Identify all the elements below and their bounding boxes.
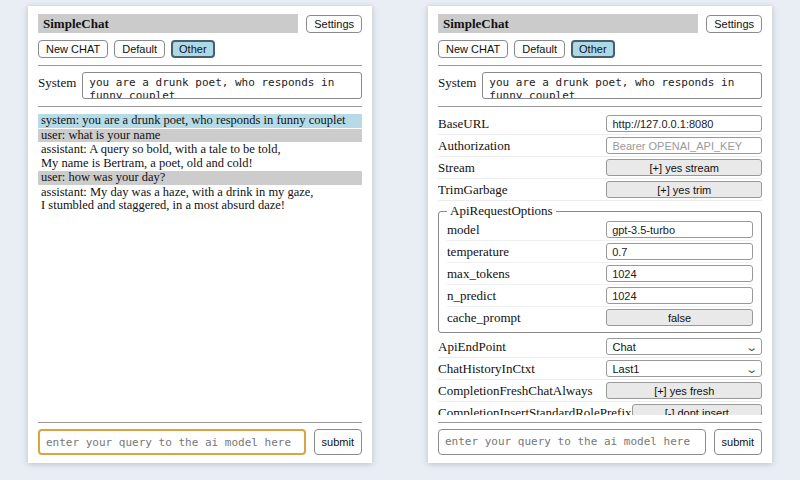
settings-button[interactable]: Settings (306, 15, 362, 33)
submit-button[interactable]: submit (714, 429, 762, 455)
setting-row-trimgarbage: TrimGarbage [+] yes trim (438, 179, 762, 201)
setting-row-apiendpoint: ApiEndPoint Chat ⌄ (438, 336, 762, 358)
submit-button[interactable]: submit (314, 429, 362, 455)
n-predict-label: n_predict (447, 288, 496, 304)
chathistoryinctxt-select[interactable]: Last1 ⌄ (606, 360, 762, 377)
api-request-options-fieldset: ApiRequestOptions model temperature max_… (438, 203, 762, 333)
chat-message-system: system: you are a drunk poet, who respon… (38, 114, 362, 128)
model-input[interactable] (606, 221, 753, 238)
chat-panel: SimpleChat Settings New CHAT Default Oth… (28, 6, 372, 463)
completionfreshchatalways-toggle-button[interactable]: [+] yes fresh (606, 382, 762, 399)
cache-prompt-toggle-button[interactable]: false (606, 309, 753, 326)
divider (38, 65, 362, 66)
model-label: model (447, 222, 480, 238)
setting-row-authorization: Authorization (438, 135, 762, 157)
trimgarbage-toggle-button[interactable]: [+] yes trim (606, 181, 762, 198)
new-chat-button[interactable]: New CHAT (438, 40, 508, 58)
cache-prompt-label: cache_prompt (447, 310, 521, 326)
stream-label: Stream (438, 160, 475, 176)
app-title: SimpleChat (438, 14, 698, 33)
baseurl-label: BaseURL (438, 116, 489, 132)
chathistoryinctxt-selected-value: Last1 (612, 363, 639, 375)
query-input[interactable] (38, 429, 306, 455)
setting-row-stream: Stream [+] yes stream (438, 157, 762, 179)
query-row: submit (438, 429, 762, 455)
api-request-options-legend: ApiRequestOptions (447, 203, 556, 219)
query-input[interactable] (438, 429, 706, 455)
new-chat-button[interactable]: New CHAT (38, 40, 108, 58)
session-other-button[interactable]: Other (171, 40, 215, 58)
settings-button[interactable]: Settings (706, 15, 762, 33)
chat-message-user: user: how was your day? (38, 171, 362, 185)
query-footer: submit (438, 415, 762, 455)
chathistoryinctxt-label: ChatHistoryInCtxt (438, 361, 535, 377)
completioninsertstandardroleprefix-label: CompletionInsertStandardRolePrefix (438, 405, 632, 416)
completionfreshchatalways-label: CompletionFreshChatAlways (438, 383, 593, 399)
divider (38, 422, 362, 423)
settings-panel: SimpleChat Settings New CHAT Default Oth… (428, 6, 772, 463)
session-other-button[interactable]: Other (571, 40, 615, 58)
session-buttons: New CHAT Default Other (438, 40, 762, 58)
chat-message-list: system: you are a drunk poet, who respon… (38, 114, 362, 415)
temperature-label: temperature (447, 244, 509, 260)
setting-row-cache-prompt: cache_prompt false (447, 307, 753, 328)
chevron-down-icon: ⌄ (745, 343, 758, 351)
query-footer: submit (38, 415, 362, 455)
authorization-label: Authorization (438, 138, 510, 154)
temperature-input[interactable] (606, 243, 753, 260)
n-predict-input[interactable] (606, 287, 753, 304)
setting-row-temperature: temperature (447, 241, 753, 263)
stream-toggle-button[interactable]: [+] yes stream (606, 159, 762, 176)
system-prompt-input[interactable]: you are a drunk poet, who responds in fu… (82, 72, 362, 99)
apiendpoint-selected-value: Chat (612, 341, 635, 353)
setting-row-chathistoryinctxt: ChatHistoryInCtxt Last1 ⌄ (438, 358, 762, 380)
session-buttons: New CHAT Default Other (38, 40, 362, 58)
setting-row-baseurl: BaseURL (438, 113, 762, 135)
baseurl-input[interactable] (606, 115, 762, 132)
query-row: submit (38, 429, 362, 455)
system-prompt-row: System you are a drunk poet, who respond… (438, 72, 762, 99)
session-default-button[interactable]: Default (514, 40, 565, 58)
system-label: System (38, 72, 76, 91)
app-title: SimpleChat (38, 14, 298, 33)
system-prompt-input[interactable]: you are a drunk poet, who responds in fu… (482, 72, 762, 99)
divider (438, 422, 762, 423)
apiendpoint-label: ApiEndPoint (438, 339, 506, 355)
divider (438, 65, 762, 66)
setting-row-model: model (447, 219, 753, 241)
trimgarbage-label: TrimGarbage (438, 182, 508, 198)
session-default-button[interactable]: Default (114, 40, 165, 58)
chevron-down-icon: ⌄ (745, 365, 758, 373)
chat-message-user: user: what is your name (38, 129, 362, 143)
chat-message-assistant: assistant: My day was a haze, with a dri… (38, 186, 362, 213)
max-tokens-input[interactable] (606, 265, 753, 282)
setting-row-completioninsertstandardroleprefix: CompletionInsertStandardRolePrefix [-] d… (438, 402, 762, 415)
setting-row-max-tokens: max_tokens (447, 263, 753, 285)
titlebar-row: SimpleChat Settings (438, 14, 762, 33)
chat-message-assistant: assistant: A query so bold, with a tale … (38, 143, 362, 170)
authorization-input[interactable] (606, 137, 762, 154)
divider (438, 106, 762, 107)
divider (38, 106, 362, 107)
system-label: System (438, 72, 476, 91)
settings-form: BaseURL Authorization Stream [+] yes str… (438, 113, 762, 415)
setting-row-completionfreshchatalways: CompletionFreshChatAlways [+] yes fresh (438, 380, 762, 402)
completioninsertstandardroleprefix-toggle-button[interactable]: [-] dont insert (632, 404, 762, 415)
system-prompt-row: System you are a drunk poet, who respond… (38, 72, 362, 99)
setting-row-n-predict: n_predict (447, 285, 753, 307)
apiendpoint-select[interactable]: Chat ⌄ (606, 338, 762, 355)
titlebar-row: SimpleChat Settings (38, 14, 362, 33)
max-tokens-label: max_tokens (447, 266, 510, 282)
